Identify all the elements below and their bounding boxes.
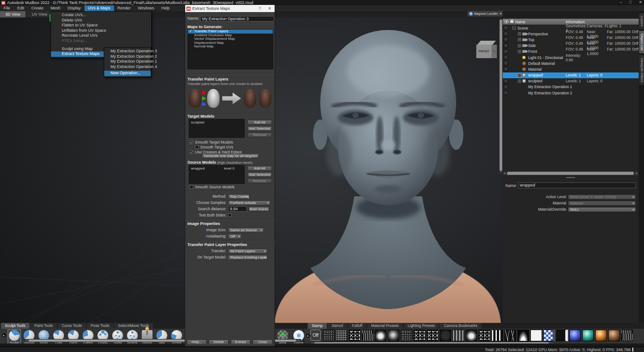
stamp-thumbnail[interactable] [401, 330, 412, 341]
submenu-item[interactable]: My Extraction Operation 3 [104, 49, 151, 54]
dialog-close-button[interactable]: ✕ [265, 6, 275, 11]
visibility-toggle[interactable] [504, 37, 508, 42]
expander-icon[interactable]: + [518, 74, 521, 77]
side-tab[interactable]: Viewport Filters [639, 55, 644, 85]
sculpt-tool[interactable]: Repeat [126, 330, 139, 345]
sculpt-tool[interactable]: Smooth [23, 330, 35, 345]
stamp-thumbnail[interactable] [569, 330, 581, 341]
preset-tray-tab[interactable]: Lighting Presets [404, 323, 439, 329]
best-guess-button[interactable]: Best Guess [249, 207, 269, 212]
image-size-dropdown[interactable]: Same as Source [228, 228, 264, 233]
stamp-thumbnail[interactable] [414, 330, 425, 341]
panel-resize-grip[interactable] [566, 177, 575, 178]
dialog-button[interactable]: Help... [187, 339, 207, 345]
stamp-thumbnail[interactable] [479, 330, 490, 341]
stamp-thumbnail[interactable] [556, 330, 568, 341]
preset-tray-tab[interactable]: Camera Bookmarks [440, 323, 481, 329]
tray-expand-button[interactable]: ▸ [1, 332, 7, 338]
sculpt-tool[interactable]: Freeze [292, 330, 305, 345]
target-button[interactable]: Remove [247, 132, 272, 137]
user-account-menu[interactable]: Nayoon Levitin ▼ [467, 11, 504, 17]
test-both-sides-checkbox[interactable] [228, 213, 232, 217]
tool-tray-tab[interactable]: Paint Tools [30, 323, 57, 329]
visibility-toggle[interactable] [504, 61, 508, 66]
tool-tray-tab[interactable]: Pose Tools [87, 323, 113, 329]
operation-name-input[interactable]: My Extraction Operation 3 [200, 16, 274, 21]
tree-row[interactable]: My Extraction Operation 1 [503, 84, 639, 90]
tray-splitter[interactable] [553, 329, 555, 342]
tree-row[interactable]: + wrapped Levels: 1Layers: 0 [503, 72, 639, 78]
expander-icon[interactable] [518, 62, 521, 65]
preset-tray-tab[interactable]: Material Presets [367, 323, 402, 329]
tree-row[interactable]: My Extraction Operation 2 [503, 90, 639, 96]
sculpt-tool[interactable]: Flatten [82, 330, 94, 345]
tool-tray-tab[interactable]: Curve Tools [58, 323, 86, 329]
expander-icon[interactable] [518, 68, 521, 71]
stamp-thumbnail[interactable] [388, 330, 399, 341]
source-button[interactable]: Add Selected [247, 172, 272, 177]
sculpt-tool[interactable]: Sculpt [8, 330, 21, 345]
menubar-item[interactable]: Render [114, 5, 135, 11]
checkbox-row[interactable]: ✓ Smooth Target Models [190, 140, 242, 144]
method-dropdown[interactable]: Ray Casting [228, 194, 250, 199]
stamp-thumbnail[interactable] [323, 330, 335, 341]
search-distance-input[interactable]: 9.94 [228, 206, 247, 212]
stamp-thumbnail[interactable] [336, 330, 347, 341]
checkbox[interactable]: ✓ [190, 140, 193, 144]
sculpt-tool[interactable]: Imprint [141, 330, 153, 345]
sculpt-tool[interactable]: Scrape [170, 330, 183, 345]
expander-icon[interactable] [518, 56, 521, 59]
stamp-thumbnail[interactable] [362, 330, 373, 341]
prop-name-input[interactable]: wrapped [518, 182, 636, 188]
menubar-item[interactable]: Edit [14, 5, 28, 11]
on-target-model-dropdown[interactable]: Replace Existing Layers [228, 255, 267, 260]
stamp-thumbnail[interactable] [608, 330, 620, 341]
stamp-thumbnail[interactable] [530, 330, 542, 341]
stamp-thumbnail[interactable] [491, 330, 503, 341]
checkbox-row[interactable]: Smooth Target UVs [195, 144, 242, 149]
viewcube-right-face[interactable]: R [491, 45, 497, 58]
viewport-vscrollbar[interactable] [500, 19, 502, 173]
menu-item[interactable]: PTEX Setup... [51, 38, 151, 44]
preset-tray-tab[interactable]: Stencil [328, 323, 347, 329]
stamp-thumbnail[interactable] [440, 330, 451, 341]
visibility-toggle[interactable] [504, 31, 508, 36]
stamp-thumbnail[interactable] [427, 330, 438, 341]
sculpt-tool[interactable]: Relax [38, 330, 50, 345]
transfer-dropdown[interactable]: All Paint Layers [228, 249, 267, 254]
target-button[interactable]: Add All [247, 120, 272, 125]
menu-item[interactable]: Recreate Level UVs [51, 33, 151, 38]
submenu-item[interactable]: New Operation... [104, 71, 151, 76]
expander-icon[interactable]: + [518, 38, 521, 41]
expander-icon[interactable] [518, 91, 521, 94]
submenu-item[interactable]: My Extraction Operation 4 [104, 64, 151, 70]
tree-row[interactable]: Default Material [503, 60, 639, 66]
expander-icon[interactable]: + [518, 44, 521, 47]
sculpt-tool[interactable]: Wax [156, 330, 168, 345]
menubar-item[interactable]: Mesh [47, 5, 64, 11]
stamp-thumbnail[interactable] [375, 330, 386, 341]
menu-item[interactable]: Delete UVs [51, 18, 151, 23]
antialiasing-dropdown[interactable]: Off [228, 234, 242, 239]
expander-icon[interactable]: + [518, 32, 521, 35]
choose-samples-dropdown[interactable]: Furthest outside [228, 200, 271, 205]
generate-map-dropdown[interactable]: Generate one map for all targets [202, 153, 259, 158]
sculpt-tool[interactable]: Pinch [67, 330, 80, 345]
checkbox[interactable]: ✓ [190, 150, 193, 154]
visibility-toggle[interactable] [504, 49, 508, 54]
visibility-toggle[interactable] [504, 67, 508, 72]
side-tab[interactable]: Object List [639, 31, 644, 53]
map-option[interactable]: Normal Map [188, 45, 273, 49]
menubar-item[interactable]: UVs & Maps [85, 5, 114, 11]
dialog-button[interactable]: Close [253, 339, 272, 345]
viewcube-front-face[interactable]: FRONT [476, 45, 491, 58]
stamp-thumbnail[interactable] [595, 330, 607, 341]
stamp-thumbnail[interactable] [453, 330, 464, 341]
maximize-button[interactable]: □ [629, 0, 631, 4]
target-models-list[interactable]: sculpted [189, 119, 245, 138]
dialog-button[interactable]: Extract [231, 339, 250, 345]
close-button[interactable]: ✕ [639, 0, 642, 4]
expander-icon[interactable]: + [518, 50, 521, 53]
visibility-toggle[interactable] [504, 90, 508, 95]
side-tab[interactable]: Layers [639, 13, 644, 29]
